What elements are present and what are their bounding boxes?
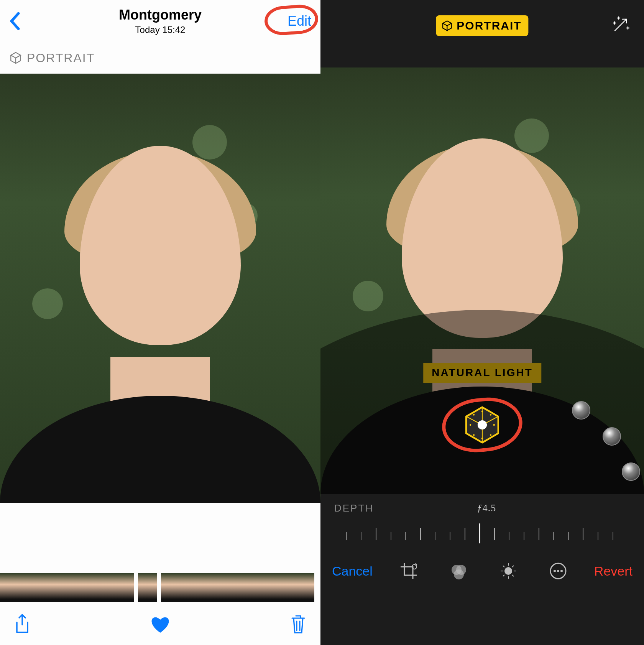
thumbnail[interactable] xyxy=(161,573,180,602)
more-tools-button[interactable] xyxy=(549,562,567,580)
portrait-toggle-label: PORTRAIT xyxy=(457,19,521,32)
thumbnail[interactable] xyxy=(257,573,276,602)
share-button[interactable] xyxy=(14,613,31,635)
depth-slider[interactable] xyxy=(334,520,630,547)
crop-icon xyxy=(400,562,417,580)
thumbnail-current[interactable] xyxy=(138,573,157,602)
adjust-tool-button[interactable] xyxy=(499,562,517,580)
editor-toolbar: Cancel Revert xyxy=(320,547,644,595)
magic-wand-icon xyxy=(611,15,630,35)
delete-button[interactable] xyxy=(290,614,307,634)
thumbnail[interactable] xyxy=(238,573,257,602)
svg-line-20 xyxy=(503,575,504,576)
nav-bar: Montgomery Today 15:42 Edit xyxy=(0,0,320,42)
thumbnail[interactable] xyxy=(219,573,238,602)
svg-point-1 xyxy=(473,414,475,415)
svg-line-17 xyxy=(503,566,504,567)
thumbnail[interactable] xyxy=(96,573,115,602)
depth-value: ƒ4.5 xyxy=(477,502,496,514)
thumbnail-strip[interactable] xyxy=(0,572,320,603)
thumbnail[interactable] xyxy=(276,573,295,602)
lighting-mode-selector[interactable] xyxy=(459,402,505,448)
photo-placeholder xyxy=(0,74,320,503)
svg-point-6 xyxy=(490,434,491,436)
depth-label: DEPTH xyxy=(334,502,374,514)
thumbnail[interactable] xyxy=(0,573,19,602)
thumbnail[interactable] xyxy=(58,573,77,602)
svg-point-5 xyxy=(473,434,475,436)
editor-photo-area[interactable]: NATURAL LIGHT xyxy=(320,67,644,494)
svg-point-11 xyxy=(454,569,464,579)
svg-point-23 xyxy=(557,570,559,572)
lighting-cube-icon xyxy=(461,404,503,446)
svg-point-4 xyxy=(493,424,495,426)
portrait-toggle-button[interactable]: PORTRAIT xyxy=(436,15,528,36)
back-button[interactable] xyxy=(9,12,32,30)
photo-title: Montgomery xyxy=(0,7,320,23)
depth-control: DEPTH ƒ4.5 xyxy=(320,494,644,547)
thumbnail[interactable] xyxy=(295,573,314,602)
auto-enhance-button[interactable] xyxy=(611,15,630,35)
svg-point-22 xyxy=(554,570,556,572)
crop-tool-button[interactable] xyxy=(400,562,417,580)
photo-timestamp: Today 15:42 xyxy=(0,25,320,35)
svg-point-2 xyxy=(490,414,491,415)
svg-line-18 xyxy=(512,575,514,576)
thumbnail[interactable] xyxy=(115,573,134,602)
cube-icon xyxy=(9,51,22,64)
svg-point-8 xyxy=(481,438,483,439)
cube-icon xyxy=(441,20,453,31)
thumbnail[interactable] xyxy=(19,573,38,602)
lighting-option[interactable] xyxy=(622,462,640,481)
filters-tool-button[interactable] xyxy=(450,562,467,580)
filters-icon xyxy=(450,562,467,580)
share-icon xyxy=(14,613,31,635)
more-icon xyxy=(549,562,567,580)
photo-editor-pane: PORTRAIT NATURAL LIGHT xyxy=(320,0,644,645)
thumbnail[interactable] xyxy=(77,573,96,602)
photo-viewer-pane: Montgomery Today 15:42 Edit PORTRAIT xyxy=(0,0,320,645)
trash-icon xyxy=(290,614,307,634)
heart-icon xyxy=(150,614,171,633)
viewer-toolbar xyxy=(0,603,320,645)
svg-point-3 xyxy=(470,424,471,426)
nav-title-wrap: Montgomery Today 15:42 xyxy=(0,7,320,35)
lighting-option[interactable] xyxy=(603,427,621,446)
revert-button[interactable]: Revert xyxy=(594,564,632,579)
chevron-left-icon xyxy=(9,12,20,30)
adjust-icon xyxy=(499,562,517,580)
lighting-option[interactable] xyxy=(572,401,590,420)
cancel-button[interactable]: Cancel xyxy=(332,564,373,579)
favorite-button[interactable] xyxy=(150,614,171,633)
svg-point-0 xyxy=(478,420,487,429)
svg-line-19 xyxy=(512,566,514,567)
thumbnail[interactable] xyxy=(199,573,219,602)
svg-point-7 xyxy=(481,411,483,412)
svg-point-24 xyxy=(560,570,563,572)
edit-button[interactable]: Edit xyxy=(288,13,311,29)
editor-tool-icons xyxy=(400,562,567,580)
editor-header: PORTRAIT xyxy=(320,0,644,67)
thumbnail[interactable] xyxy=(38,573,58,602)
portrait-mode-row: PORTRAIT xyxy=(0,42,320,74)
thumbnail[interactable] xyxy=(180,573,199,602)
portrait-mode-label: PORTRAIT xyxy=(27,51,95,65)
main-photo-area[interactable] xyxy=(0,74,320,503)
svg-point-12 xyxy=(504,567,512,575)
